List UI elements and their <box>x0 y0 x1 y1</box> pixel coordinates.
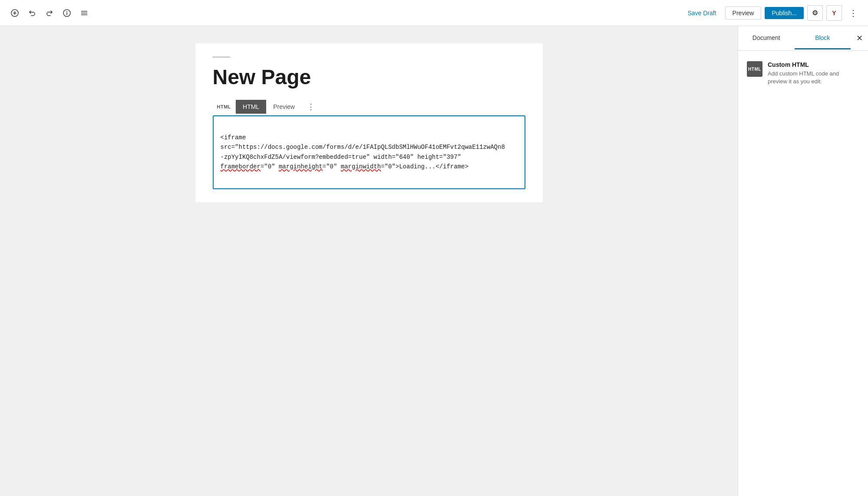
sidebar-body: HTML Custom HTML Add custom HTML code an… <box>738 51 868 101</box>
info-button[interactable] <box>59 5 75 21</box>
block-type-description: Add custom HTML code and preview it as y… <box>768 70 859 85</box>
sidebar-header: Document Block ✕ <box>738 26 868 51</box>
sidebar-panel: Document Block ✕ HTML Custom HTML Add cu… <box>738 26 868 496</box>
toolbar-right: Save Draft Preview Publish... ⚙ Y ⋮ <box>682 5 861 21</box>
block-type-header: HTML Custom HTML Add custom HTML code an… <box>747 61 859 85</box>
yoast-icon: Y <box>832 10 836 16</box>
editor-content: New Page HTML HTML Preview ⋮ <iframe src… <box>195 43 543 479</box>
main-toolbar: Save Draft Preview Publish... ⚙ Y ⋮ <box>0 0 868 26</box>
code-line-2: src="https://docs.google.com/forms/d/e/1… <box>221 144 505 151</box>
main-layout: New Page HTML HTML Preview ⋮ <iframe src… <box>0 26 868 496</box>
html-block-more-button[interactable]: ⋮ <box>303 99 319 115</box>
code-line-1: <iframe <box>221 134 246 141</box>
block-type-title: Custom HTML <box>768 61 859 68</box>
tab-block[interactable]: Block <box>795 27 851 49</box>
page-divider <box>213 56 230 58</box>
yoast-button[interactable]: Y <box>826 5 842 21</box>
html-block-toolbar: HTML HTML Preview ⋮ <box>213 99 525 115</box>
save-draft-button[interactable]: Save Draft <box>682 7 721 19</box>
tab-document[interactable]: Document <box>738 27 795 49</box>
code-line-4: frameborder="0" marginheight="0" marginw… <box>221 163 469 170</box>
code-line-3: -zpYyIKQ8chxFdZ5A/viewform?embedded=true… <box>221 154 462 161</box>
html-badge: HTML <box>213 102 236 112</box>
publish-button[interactable]: Publish... <box>765 7 804 19</box>
page-title: New Page <box>213 65 525 90</box>
page-header: New Page <box>195 43 543 99</box>
close-sidebar-button[interactable]: ✕ <box>851 26 868 50</box>
preview-button[interactable]: Preview <box>725 7 762 20</box>
redo-button[interactable] <box>42 5 57 21</box>
block-navigation-button[interactable] <box>76 5 92 21</box>
undo-button[interactable] <box>24 5 40 21</box>
add-block-button[interactable] <box>7 5 23 21</box>
svg-point-5 <box>66 11 67 12</box>
more-options-button[interactable]: ⋮ <box>845 5 861 21</box>
close-icon: ✕ <box>856 33 863 43</box>
block-type-icon: HTML <box>747 61 762 77</box>
more-icon: ⋮ <box>849 8 858 18</box>
html-tab[interactable]: HTML <box>236 100 266 114</box>
html-block-wrapper: HTML HTML Preview ⋮ <iframe src="https:/… <box>195 99 543 202</box>
toolbar-left <box>7 5 92 21</box>
settings-button[interactable]: ⚙ <box>807 5 823 21</box>
settings-icon: ⚙ <box>812 9 818 17</box>
block-type-info: Custom HTML Add custom HTML code and pre… <box>768 61 859 85</box>
editor-area: New Page HTML HTML Preview ⋮ <iframe src… <box>0 26 738 496</box>
code-editor[interactable]: <iframe src="https://docs.google.com/for… <box>213 115 525 189</box>
preview-tab[interactable]: Preview <box>266 100 302 114</box>
